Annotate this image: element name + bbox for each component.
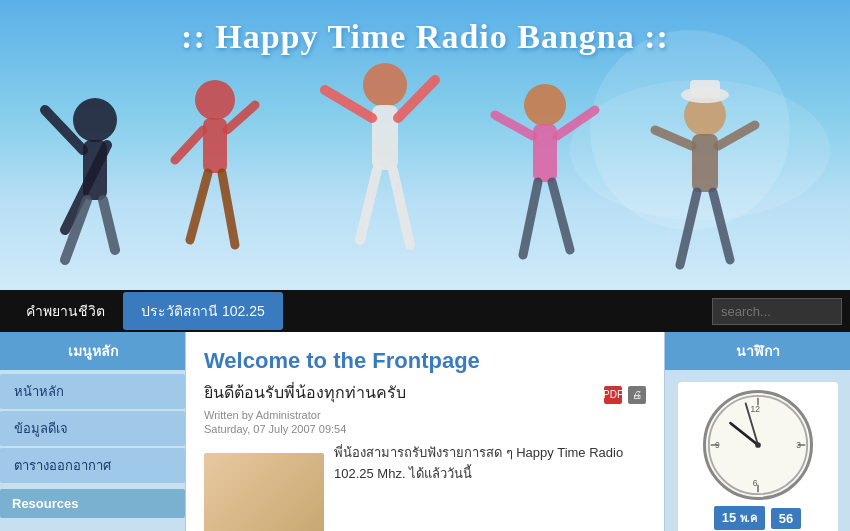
svg-line-31 — [713, 192, 730, 260]
svg-line-5 — [103, 200, 115, 250]
clock-widget: 12 6 9 3 15 พ.ค 56 — [678, 382, 838, 531]
svg-rect-19 — [533, 124, 557, 182]
sidebar-item-ข้อมูลดีเจ[interactable]: ข้อมูลดีเจ — [0, 411, 185, 446]
search-input[interactable] — [712, 298, 842, 325]
sidebar-header: เมนูหลัก — [0, 332, 185, 370]
svg-line-29 — [718, 125, 755, 146]
svg-rect-27 — [692, 134, 718, 192]
svg-text:9: 9 — [714, 440, 719, 450]
svg-text:3: 3 — [796, 440, 801, 450]
nav-item-ประวัติสถานี[interactable]: ประวัติสถานี 102.25 — [123, 292, 283, 330]
right-sidebar-header: นาฬิกา — [665, 332, 850, 370]
clock-svg: 12 6 9 3 — [706, 390, 810, 500]
left-sidebar: เมนูหลัก หน้าหลัก ข้อมูลดีเจ ตารางออกอาก… — [0, 332, 185, 531]
content-date: Saturday, 07 July 2007 09:54 — [204, 423, 646, 435]
pdf-icon[interactable]: PDF — [604, 386, 622, 404]
svg-line-22 — [523, 182, 538, 255]
svg-line-10 — [190, 173, 208, 240]
svg-line-23 — [552, 182, 570, 250]
print-icon[interactable]: 🖨 — [628, 386, 646, 404]
svg-line-16 — [360, 170, 377, 240]
sidebar-item-ตารางออกอากาศ[interactable]: ตารางออกอากาศ — [0, 448, 185, 483]
svg-text:12: 12 — [750, 404, 760, 414]
main-content: Welcome to the Frontpage ยินดีต้อนรับพี่… — [185, 332, 665, 531]
content-title: Welcome to the Frontpage — [204, 348, 646, 374]
svg-point-18 — [524, 84, 566, 126]
content-meta: Written by Administrator — [204, 409, 646, 421]
banner-people — [15, 30, 835, 290]
svg-line-8 — [175, 130, 203, 160]
sidebar-item-หน้าหลัก[interactable]: หน้าหลัก — [0, 374, 185, 409]
main-layout: เมนูหลัก หน้าหลัก ข้อมูลดีเจ ตารางออกอาก… — [0, 332, 850, 531]
clock-date-day: 15 พ.ค — [714, 506, 765, 530]
content-body: พี่น้องสามารถรับฟังรายการสด ๆ Happy Time… — [204, 443, 646, 485]
content-text: พี่น้องสามารถรับฟังรายการสด ๆ Happy Time… — [334, 445, 623, 481]
svg-line-20 — [495, 115, 533, 136]
sidebar-resources[interactable]: Resources — [0, 489, 185, 518]
svg-rect-13 — [372, 105, 398, 170]
header-banner: :: Happy Time Radio Bangna :: — [0, 0, 850, 290]
content-action-icons: PDF 🖨 — [604, 386, 646, 404]
navigation-bar: คำพยานชีวิต ประวัติสถานี 102.25 — [0, 290, 850, 332]
clock-date-year: 56 — [771, 508, 801, 529]
svg-text:6: 6 — [752, 478, 757, 488]
people-svg — [15, 30, 835, 290]
svg-line-30 — [680, 192, 697, 265]
right-sidebar: นาฬิกา 12 6 9 3 — [665, 332, 850, 531]
svg-line-28 — [655, 130, 692, 146]
svg-point-6 — [195, 80, 235, 120]
search-container — [712, 298, 842, 325]
nav-item-คำพยานชีวิต[interactable]: คำพยานชีวิต — [8, 292, 123, 330]
svg-rect-7 — [203, 118, 227, 173]
svg-rect-26 — [690, 80, 720, 98]
content-subtitle: ยินดีต้อนรับพี่น้องทุกท่านครับ — [204, 380, 406, 405]
svg-point-43 — [755, 442, 761, 448]
svg-line-17 — [393, 170, 410, 245]
clock-date-row: 15 พ.ค 56 — [714, 506, 802, 530]
svg-line-14 — [325, 90, 372, 118]
clock-face: 12 6 9 3 — [703, 390, 813, 500]
svg-point-0 — [73, 98, 117, 142]
svg-point-12 — [363, 63, 407, 107]
content-image — [204, 453, 324, 531]
written-by: Written by Administrator — [204, 409, 321, 421]
svg-line-11 — [222, 173, 235, 245]
